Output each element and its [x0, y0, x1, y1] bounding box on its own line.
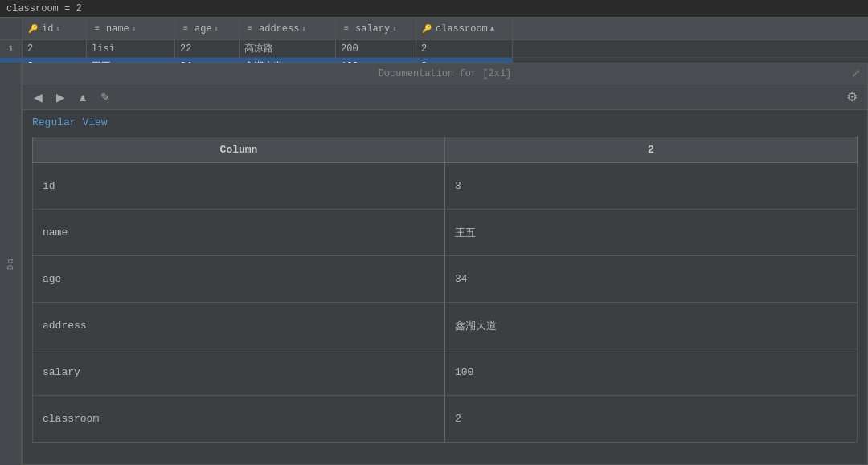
doc-table-row: age34 [33, 256, 858, 303]
doc-table-cell-value: 100 [445, 349, 858, 396]
sort-arrow-name: ⇕ [132, 24, 136, 33]
sort-arrow-classroom: ▲ [490, 25, 494, 33]
back-button[interactable]: ◀ [29, 88, 47, 106]
forward-button[interactable]: ▶ [51, 88, 69, 106]
col-age-label: age [194, 23, 212, 35]
cell-row1-id: 2 [23, 40, 87, 57]
col-name-label: name [106, 23, 129, 35]
doc-table-row: address鑫湖大道 [33, 303, 858, 349]
doc-table-cell-value: 34 [445, 256, 858, 303]
doc-table-row: name王五 [33, 210, 858, 256]
col-header-name[interactable]: ≡ name ⇕ [87, 18, 175, 39]
col-header-id[interactable]: 🔑 id ⇕ [23, 18, 87, 39]
edit-button[interactable]: ✎ [96, 88, 114, 106]
key-icon: 🔑 [27, 23, 39, 35]
sort-arrow-salary: ⇕ [392, 24, 396, 33]
col-name-icon: ≡ [92, 23, 103, 35]
doc-table-cell-column: salary [33, 349, 445, 396]
grid-header: 🔑 id ⇕ ≡ name ⇕ ≡ age ⇕ ≡ address ⇕ ≡ sa… [0, 18, 868, 40]
col-id-label: id [42, 23, 53, 35]
doc-table-row: classroom2 [33, 396, 858, 443]
col-header-age[interactable]: ≡ age ⇕ [175, 18, 240, 39]
sort-arrow-age: ⇕ [215, 24, 219, 33]
doc-content: Regular View Column 2 id3name王五age34addr… [23, 110, 867, 464]
doc-toolbar: ◀ ▶ ▲ ✎ ⚙ [23, 84, 867, 110]
gear-button[interactable]: ⚙ [843, 88, 861, 106]
filter-expression: classroom = 2 [6, 3, 82, 14]
doc-table-val-header: 2 [445, 137, 858, 163]
doc-table-cell-value: 王五 [445, 210, 858, 256]
up-button[interactable]: ▲ [74, 88, 92, 106]
doc-table-cell-column: age [33, 256, 445, 303]
cell-row1-address: 高凉路 [240, 40, 336, 57]
doc-title: Documentation for [2x1] [379, 68, 512, 80]
cell-row1-name: lisi [87, 40, 175, 57]
col-classroom-label: classroom [436, 23, 488, 35]
expand-icon[interactable]: ⤢ [851, 67, 861, 80]
col-address-icon: ≡ [244, 23, 256, 35]
doc-table-cell-value: 2 [445, 396, 858, 443]
doc-titlebar: Documentation for [2x1] ⤢ [23, 63, 867, 84]
doc-table: Column 2 id3name王五age34address鑫湖大道salary… [32, 137, 858, 443]
doc-table-cell-column: address [33, 303, 445, 349]
doc-table-cell-value: 3 [445, 163, 858, 210]
doc-table-cell-column: classroom [33, 396, 445, 443]
col-address-label: address [259, 23, 299, 35]
top-bar: classroom = 2 [0, 0, 868, 18]
left-panel-label: Da [6, 258, 15, 270]
doc-table-row: salary100 [33, 349, 858, 396]
cell-row1-salary: 200 [336, 40, 416, 57]
sort-arrow-address: ⇕ [301, 24, 305, 33]
doc-table-col-header: Column [33, 137, 445, 163]
doc-table-cell-column: name [33, 210, 445, 256]
rownum-header [0, 18, 23, 39]
col-header-classroom[interactable]: 🔑 classroom ▲ [416, 18, 513, 39]
col-header-salary[interactable]: ≡ salary ⇕ [336, 18, 416, 39]
regular-view-link[interactable]: Regular View [32, 116, 108, 128]
col-salary-label: salary [355, 23, 390, 35]
doc-panel: Documentation for [2x1] ⤢ ◀ ▶ ▲ ✎ ⚙ Regu… [22, 63, 868, 465]
rownum-1: 1 [0, 40, 23, 57]
doc-table-cell-column: id [33, 163, 445, 210]
cell-row1-classroom: 2 [416, 40, 513, 57]
col-age-icon: ≡ [180, 23, 191, 35]
doc-table-row: id3 [33, 163, 858, 210]
sort-arrow-id: ⇕ [55, 24, 59, 33]
doc-table-cell-value: 鑫湖大道 [445, 303, 858, 349]
col-header-address[interactable]: ≡ address ⇕ [240, 18, 336, 39]
col-classroom-icon: 🔑 [421, 23, 432, 35]
col-salary-icon: ≡ [341, 23, 352, 35]
cell-row1-age: 22 [175, 40, 240, 57]
table-row[interactable]: 1 2 lisi 22 高凉路 200 2 [0, 40, 868, 58]
left-panel: Da [0, 63, 22, 465]
